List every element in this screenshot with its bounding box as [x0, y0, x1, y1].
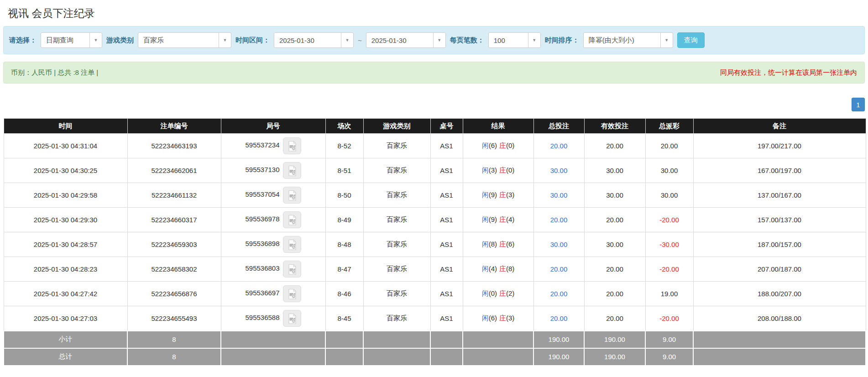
- cell-total-bet: 30.00: [533, 158, 584, 183]
- page-title: 视讯 会员下注纪录: [8, 6, 865, 21]
- result-player: 闲: [482, 265, 489, 272]
- cell-valid-bet: 30.00: [584, 183, 645, 208]
- cell-session: 8-47: [325, 257, 363, 282]
- sort-label: 时间排序：: [545, 36, 579, 45]
- cell-table-no: AS1: [430, 282, 463, 306]
- result-player-score: (8): [489, 240, 497, 248]
- cell-round-id: 595537234: [221, 134, 325, 158]
- result-banker: 庄: [499, 289, 506, 297]
- round-id: 595536803: [245, 264, 279, 272]
- cell-game-type: 百家乐: [363, 257, 430, 282]
- cell-valid-bet: 30.00: [584, 232, 645, 257]
- cell-remark: 197.00/217.00: [693, 134, 866, 158]
- cell-game-type: 百家乐: [363, 208, 430, 232]
- cell-valid-bet: 20.00: [584, 208, 645, 232]
- per-page-label: 每页笔数：: [450, 36, 484, 45]
- cell-time: 2025-01-30 04:29:58: [4, 183, 127, 208]
- sort-select[interactable]: 降幂(由大到小) ▼: [583, 32, 673, 48]
- column-header-3: 场次: [325, 119, 363, 134]
- time-range-label: 时间区间：: [235, 36, 270, 45]
- per-page-value: 100: [489, 33, 528, 47]
- cell-remark: 167.00/197.00: [693, 158, 866, 183]
- date-to-value: 2025-01-30: [366, 33, 433, 47]
- cell-table-no: AS1: [430, 158, 463, 183]
- video-replay-button[interactable]: [283, 236, 301, 253]
- result-player-score: (4): [489, 265, 497, 272]
- cell-total-bet: 20.00: [533, 134, 584, 158]
- cell-game-type: 百家乐: [363, 306, 430, 331]
- total-bet-link[interactable]: 20.00: [550, 142, 568, 150]
- total-bet-link[interactable]: 20.00: [550, 290, 568, 298]
- cell-remark: 207.00/187.00: [693, 257, 866, 282]
- result-player-score: (9): [489, 215, 497, 223]
- cell-remark: 137.00/167.00: [693, 183, 866, 208]
- column-header-5: 桌号: [430, 119, 463, 134]
- video-replay-button[interactable]: [283, 137, 301, 154]
- column-header-2: 局号: [221, 119, 325, 134]
- page: 视讯 会员下注纪录 请选择： 日期查询 ▼ 游戏类别 百家乐 ▼ 时间区间： 2…: [0, 6, 868, 366]
- round-id: 595536588: [245, 314, 279, 321]
- round-id: 595537234: [245, 141, 279, 149]
- video-replay-button[interactable]: [283, 187, 301, 204]
- cell-round-id: 595536978: [221, 208, 325, 232]
- cell-payout: 30.00: [645, 158, 693, 183]
- cell-session: 8-50: [325, 183, 363, 208]
- date-from-select[interactable]: 2025-01-30 ▼: [274, 32, 354, 48]
- cell-total-bet: 20.00: [533, 208, 584, 232]
- total-bet-link[interactable]: 30.00: [550, 167, 568, 174]
- cell-time: 2025-01-30 04:28:57: [4, 232, 127, 257]
- result-banker-score: (6): [506, 240, 514, 248]
- cell-payout: 20.00: [645, 134, 693, 158]
- query-type-select[interactable]: 日期查询 ▼: [41, 32, 102, 48]
- cell-result: 闲(6)庄(3): [463, 306, 533, 331]
- result-banker: 庄: [499, 191, 506, 199]
- search-button[interactable]: 查询: [677, 32, 705, 48]
- cell-payout: 19.00: [645, 282, 693, 306]
- total-bet-link[interactable]: 20.00: [550, 216, 568, 224]
- cell-game-type: 百家乐: [363, 282, 430, 306]
- result-banker-score: (0): [506, 166, 514, 174]
- chevron-down-icon: ▼: [219, 33, 231, 47]
- cell-time: 2025-01-30 04:27:03: [4, 306, 127, 331]
- video-replay-button[interactable]: [283, 310, 301, 327]
- cell-total-bet: 20.00: [533, 282, 584, 306]
- game-type-select[interactable]: 百家乐 ▼: [138, 32, 231, 48]
- cell-session: 8-52: [325, 134, 363, 158]
- subtotal-row: 小计8190.00190.009.00: [4, 331, 866, 348]
- column-header-8: 有效投注: [584, 119, 645, 134]
- table-row: 2025-01-30 04:28:23 522234658302 5955368…: [4, 257, 866, 282]
- video-replay-button[interactable]: [283, 211, 301, 228]
- cell-bet-id: 522234655493: [127, 306, 221, 331]
- video-file-icon: [287, 141, 298, 152]
- result-player: 闲: [482, 215, 489, 223]
- video-file-icon: [287, 239, 298, 250]
- cell-table-no: AS1: [430, 306, 463, 331]
- total-bet-link[interactable]: 20.00: [550, 314, 568, 322]
- date-to-select[interactable]: 2025-01-30 ▼: [366, 32, 446, 48]
- result-banker: 庄: [499, 166, 506, 174]
- cell-round-id: 595537054: [221, 183, 325, 208]
- result-player: 闲: [482, 289, 489, 297]
- result-player-score: (6): [489, 141, 497, 149]
- bet-records-table: 时间注单编号局号场次游戏类别桌号结果总投注有效投注总派彩备注 2025-01-3…: [3, 118, 866, 366]
- video-replay-button[interactable]: [283, 285, 301, 302]
- per-page-select[interactable]: 100 ▼: [488, 32, 541, 48]
- video-replay-button[interactable]: [283, 261, 301, 278]
- page-button-1[interactable]: 1: [852, 98, 865, 111]
- cell-result: 闲(4)庄(8): [463, 257, 533, 282]
- cell-time: 2025-01-30 04:29:30: [4, 208, 127, 232]
- total-bet-link[interactable]: 30.00: [550, 191, 568, 199]
- cell-remark: 208.00/188.00: [693, 306, 866, 331]
- cell-payout: -20.00: [645, 257, 693, 282]
- query-type-label: 请选择：: [9, 36, 37, 45]
- cell-total-bet: 30.00: [533, 232, 584, 257]
- cell-remark: 157.00/137.00: [693, 208, 866, 232]
- cell-round-id: 595536898: [221, 232, 325, 257]
- result-player: 闲: [482, 240, 489, 248]
- table-header-row: 时间注单编号局号场次游戏类别桌号结果总投注有效投注总派彩备注: [4, 119, 866, 134]
- total-bet-link[interactable]: 30.00: [550, 241, 568, 248]
- pagination-top: 1: [3, 98, 865, 111]
- video-replay-button[interactable]: [283, 162, 301, 179]
- total-bet-link[interactable]: 20.00: [550, 265, 568, 273]
- cell-bet-id: 522234658302: [127, 257, 221, 282]
